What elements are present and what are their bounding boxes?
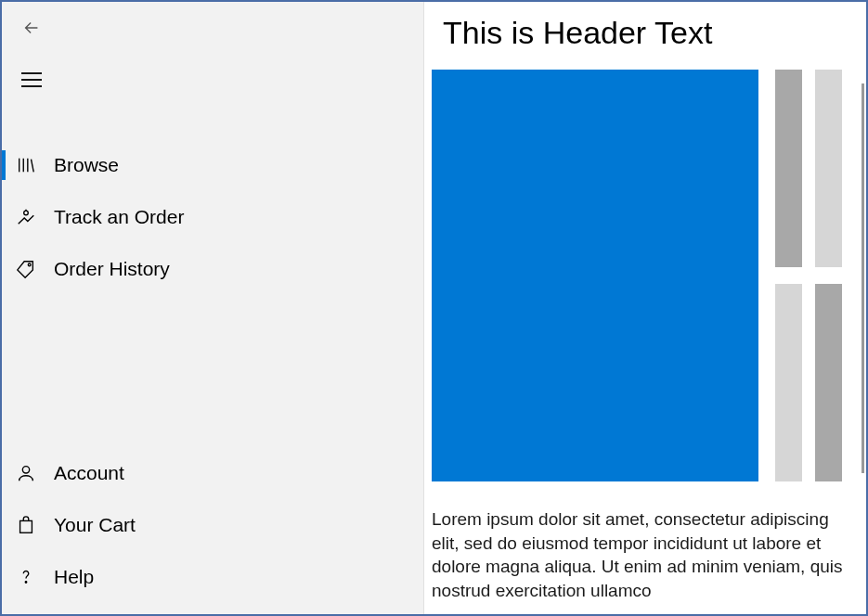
nav-item-browse[interactable]: Browse — [2, 139, 423, 191]
person-icon — [15, 462, 37, 484]
nav-item-track-order[interactable]: Track an Order — [2, 191, 423, 243]
side-tiles — [775, 70, 842, 481]
nav-label: Help — [54, 566, 94, 588]
svg-line-6 — [32, 160, 34, 173]
tile[interactable] — [815, 284, 842, 481]
svg-point-10 — [22, 467, 29, 473]
scrollbar[interactable] — [862, 83, 864, 473]
tile[interactable] — [815, 70, 842, 267]
body-paragraph: Lorem ipsum dolor sit amet, consectetur … — [424, 481, 866, 603]
arrow-left-icon — [21, 18, 42, 38]
main-content: This is Header Text Lorem ipsum dolor si… — [424, 2, 866, 614]
hamburger-button[interactable] — [9, 58, 54, 102]
books-icon — [15, 154, 37, 176]
nav-item-cart[interactable]: Your Cart — [2, 499, 423, 551]
tag-icon — [15, 258, 37, 280]
nav-label: Order History — [54, 258, 170, 280]
tile[interactable] — [775, 70, 802, 267]
nav-item-order-history[interactable]: Order History — [2, 243, 423, 295]
nav-top: Browse Track an Order Order History — [2, 139, 423, 295]
nav-label: Account — [54, 462, 124, 484]
tile[interactable] — [775, 284, 802, 481]
track-icon — [15, 206, 37, 228]
hero-tile[interactable] — [432, 70, 758, 481]
svg-point-7 — [24, 211, 29, 215]
nav-item-help[interactable]: Help — [2, 551, 423, 603]
nav-label: Browse — [54, 154, 119, 176]
back-button[interactable] — [9, 6, 54, 50]
sidebar: Browse Track an Order Order History — [2, 2, 424, 614]
nav-label: Your Cart — [54, 514, 136, 536]
hamburger-icon — [21, 71, 42, 88]
tile-row — [775, 284, 842, 481]
nav-bottom: Account Your Cart Help — [2, 447, 423, 603]
nav-label: Track an Order — [54, 206, 184, 228]
svg-point-9 — [28, 263, 31, 266]
bag-icon — [15, 514, 37, 536]
question-icon — [15, 566, 37, 588]
page-header: This is Header Text — [424, 2, 866, 70]
nav-item-account[interactable]: Account — [2, 447, 423, 499]
tile-row — [775, 70, 842, 267]
content-tiles — [424, 70, 866, 481]
svg-rect-11 — [20, 520, 32, 533]
svg-point-12 — [25, 582, 26, 583]
